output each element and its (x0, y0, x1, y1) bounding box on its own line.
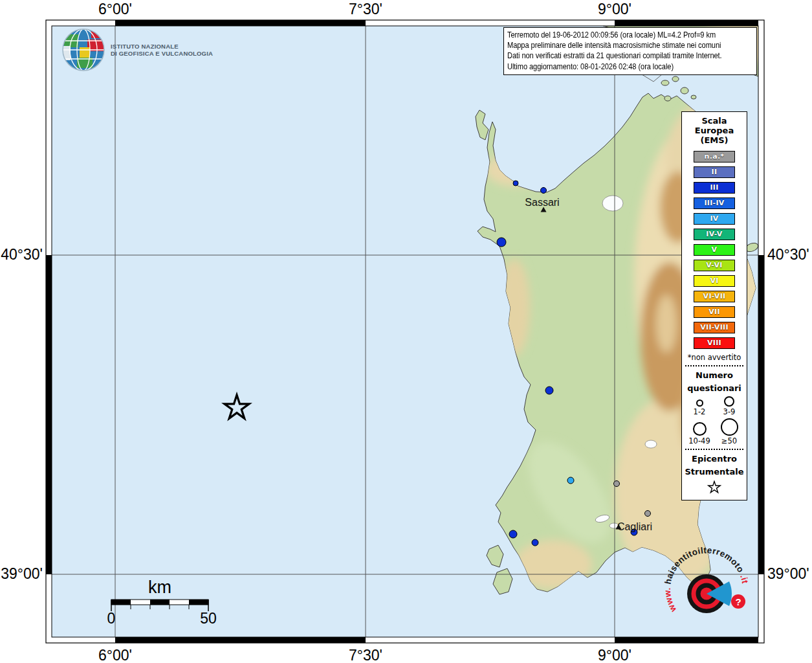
legend-swatch-III-IV: III-IV (694, 197, 735, 209)
intensity-dot-III (497, 238, 506, 247)
legend-title-line3: (EMS) (682, 135, 747, 145)
seismic-intensity-map-page: SassariCagliari km 0 50 (0, 0, 812, 663)
ingv-name-line1: ISTITUTO NAZIONALE (111, 43, 213, 51)
scale-bar-end: 50 (200, 610, 217, 627)
info-line-questionnaires: Dati non verificati estratti da 21 quest… (507, 51, 753, 61)
legend-swatch-VII: VII (694, 306, 735, 318)
legend-separator-1 (685, 365, 743, 366)
lat-label-left-4030: 40°30' (0, 246, 43, 264)
questionnaire-size-10-49: 10-49 (685, 418, 714, 445)
legend-swatch-VI-VII: VI-VII (694, 291, 735, 302)
epicenter-star-icon (682, 480, 747, 497)
scale-bar-unit: km (148, 578, 171, 597)
questionnaire-count-title: Numero questionari (682, 369, 747, 395)
intensity-dot-III (532, 539, 538, 546)
questionnaire-title-line2: questionari (682, 382, 747, 395)
lon-label-top-730: 7°30' (349, 1, 382, 18)
earthquake-info-box: Terremoto del 19-06-2012 00:09:56 (ora l… (503, 27, 757, 75)
questionnaire-size-1-2: 1-2 (685, 396, 714, 416)
lon-label-bottom-9: 9°00' (598, 647, 631, 663)
ingv-globe-icon (62, 28, 105, 71)
legend-swatch-VIII: VIII (694, 337, 735, 349)
legend-swatch-VI: VI (694, 275, 735, 287)
epicenter-legend-title: Epicentro Strumentale (682, 453, 747, 478)
scale-bar-start: 0 (107, 610, 116, 627)
intensity-dot-n.a.* (645, 511, 651, 517)
info-line-updated: Ultimo aggiornamento: 08-01-2026 02:48 (… (507, 62, 753, 72)
legend-title: Scala Europea (EMS) (682, 116, 747, 145)
question-badge-glyph: ? (735, 596, 741, 607)
lat-label-left-3900: 39°00' (0, 565, 43, 583)
ingv-logo: ISTITUTO NAZIONALE DI GEOFISICA E VULCAN… (62, 28, 213, 71)
legend-swatch-II: II (694, 166, 735, 178)
intensity-dot-n.a.* (614, 481, 620, 487)
city-label: Sassari (525, 197, 559, 208)
lat-label-right-3900: 39°00' (767, 565, 812, 583)
legend-footnote: *non avvertito (682, 353, 747, 362)
info-line-event: Terremoto del 19-06-2012 00:09:56 (ora l… (507, 30, 753, 40)
lon-label-bottom-730: 7°30' (349, 647, 382, 663)
intensity-dot-IV (567, 477, 574, 484)
lon-label-bottom-6: 6°00' (98, 647, 132, 663)
ingv-logo-text: ISTITUTO NAZIONALE DI GEOFISICA E VULCAN… (111, 43, 213, 58)
ingv-name-line2: DI GEOFISICA E VULCANOLOGIA (111, 50, 213, 58)
city-label: Cagliari (617, 521, 652, 532)
legend-sizes: 1-23-910-49≥50 (685, 396, 744, 445)
intensity-dot-III (541, 188, 547, 194)
questionnaire-title-line1: Numero (682, 369, 747, 382)
intensity-dot-III (545, 387, 553, 394)
legend-swatch-V: V (694, 244, 735, 256)
questionnaire-size-circle (724, 396, 734, 407)
epicenter-title-line2: Strumentale (682, 466, 747, 478)
legend-swatch-IV-V: IV-V (694, 229, 735, 240)
questionnaire-size-circle (721, 418, 738, 436)
info-line-map-type: Mappa preliminare delle intensità macros… (507, 40, 753, 51)
questionnaire-size-3-9: 3-9 (714, 396, 744, 416)
lat-label-right-4030: 40°30' (767, 246, 812, 264)
intensity-dot-III (513, 181, 518, 186)
epicenter-title-line1: Epicentro (682, 453, 747, 466)
questionnaire-size-circle (693, 422, 707, 436)
legend-swatch-IV: IV (694, 213, 735, 225)
legend-swatch-VII-VIII: VII-VIII (694, 322, 735, 333)
questionnaire-size-circle (696, 399, 703, 407)
legend-separator-2 (685, 449, 743, 450)
legend-swatch-n.a.*: n.a.* (694, 151, 735, 163)
legend-swatches: n.a.*IIIIIIII-IVIVIV-VVV-VIVIVI-VIIVIIVI… (682, 151, 747, 349)
legend-swatch-III: III (694, 182, 735, 194)
intensity-dot-III (509, 530, 517, 538)
legend-title-line2: Europea (682, 126, 747, 135)
legend-title-line1: Scala (682, 116, 747, 126)
questionnaire-size-≥50: ≥50 (714, 418, 744, 445)
lon-label-top-6: 6°00' (98, 1, 132, 18)
legend-swatch-V-VI: V-VI (694, 260, 735, 271)
lon-label-top-9: 9°00' (598, 1, 631, 18)
intensity-legend: Scala Europea (EMS) n.a.*IIIIIIII-IVIVIV… (681, 111, 747, 500)
